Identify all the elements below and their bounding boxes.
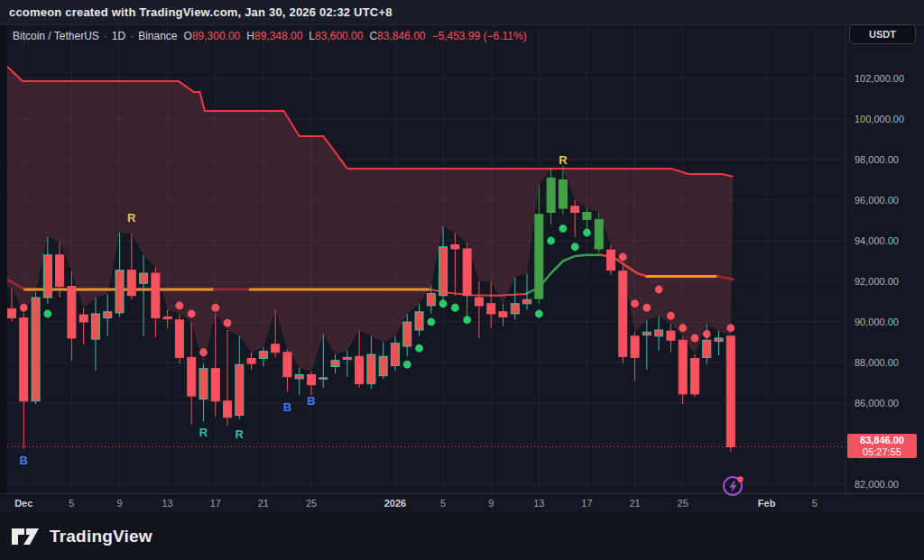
price-tick-label: 82,000.00 [855,479,899,490]
close-letter: C [369,30,377,42]
boost-button[interactable] [720,473,747,500]
high-letter: H [246,30,254,42]
signal-label-b: B [20,454,28,467]
lightning-icon [720,473,747,500]
time-tick-label: 5 [69,498,74,509]
bar-countdown: 05:27:55 [847,446,917,457]
currency-badge[interactable]: USDT [849,24,916,44]
open-value: 89,300.00 [192,30,240,42]
price-tick-label: 96,000.00 [855,195,899,206]
tradingview-brand-text[interactable]: TradingView [50,527,152,546]
attribution-bar: ccomeon created with TradingView.com, Ja… [0,0,924,25]
chart-canvas[interactable]: BBBRRRR [0,0,924,560]
signal-label-r: R [199,426,208,439]
price-tick-label: 98,000.00 [855,154,899,165]
high-value: 89,348.00 [254,30,302,42]
price-tick-label: 92,000.00 [855,276,899,287]
price-tick-label: 102,000.00 [855,73,904,84]
price-tick-label: 94,000.00 [855,235,899,246]
time-tick-label: 25 [678,498,688,509]
change-value: −5,453.99 (−6.11%) [431,30,526,42]
time-tick-label: 2026 [384,498,406,509]
open-letter: O [184,30,192,42]
exchange-label: Binance [138,30,177,42]
time-tick-label: 17 [581,498,592,509]
time-tick-label: 5 [440,498,446,509]
close-value: 83,846.00 [377,30,425,42]
legend-separator: · [130,30,134,42]
time-tick-label: 21 [258,498,269,509]
time-tick-label: 5 [812,498,818,509]
signal-label-r: R [236,427,245,441]
price-tick-label: 88,000.00 [855,357,899,368]
signal-label-b: B [307,394,315,408]
signal-label-r: R [559,153,568,167]
time-tick-label: 17 [210,498,221,509]
price-tick-label: 90,000.00 [855,317,899,327]
time-tick-label: 9 [488,498,494,509]
time-tick-label: 21 [629,498,640,509]
time-tick-label: 9 [116,498,122,509]
symbol-legend: Bitcoin / TetherUS·1D·BinanceO89,300.00H… [13,30,527,42]
attribution-text: ccomeon created with TradingView.com, Ja… [9,0,393,25]
price-tick-label: 86,000.00 [855,398,899,409]
price-tick-label: 100,000.00 [855,114,904,124]
time-axis[interactable]: Dec591317212520265913172125Feb5 [0,493,924,513]
time-tick-label: 13 [162,498,173,509]
low-value: 83,600.00 [315,30,363,42]
time-tick-label: Feb [758,498,776,509]
last-price-label: 83,846.00 05:27:55 [847,434,917,458]
symbol-name[interactable]: Bitcoin / TetherUS [13,30,99,42]
time-tick-label: 25 [306,498,317,509]
tradingview-logo-icon[interactable] [11,526,42,547]
time-tick-label: Dec [14,498,32,509]
time-tick-label: 13 [533,498,544,509]
interval-label[interactable]: 1D [112,30,125,42]
left-margin [0,25,7,493]
legend-separator: · [104,30,107,42]
signal-label-b: B [283,400,291,414]
signal-label-r: R [127,211,136,225]
last-price-value: 83,846.00 [847,435,917,446]
tradingview-snapshot: BBBRRRR ccomeon created with TradingView… [0,0,924,560]
footer-bar: TradingView [0,513,924,560]
